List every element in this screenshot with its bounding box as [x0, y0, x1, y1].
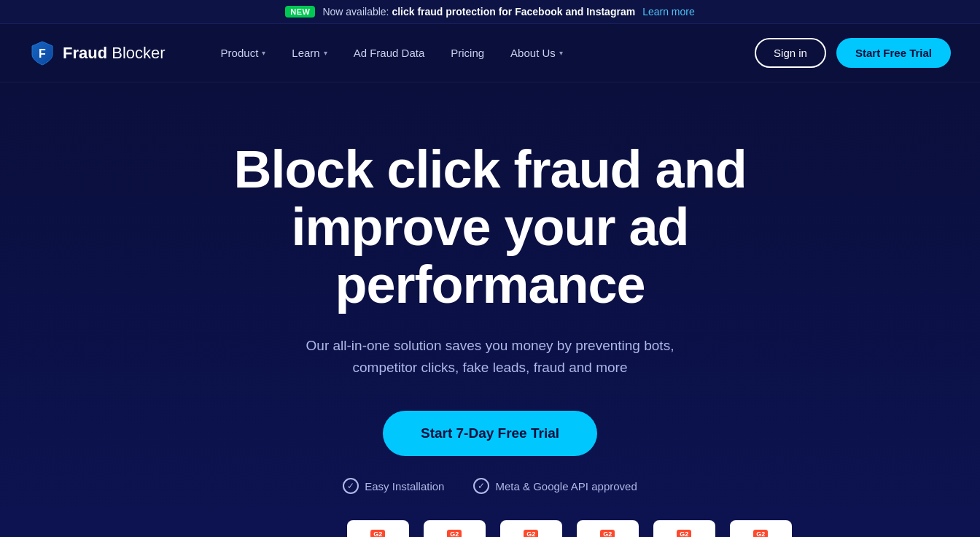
g2-tag: G2 — [370, 530, 385, 537]
badge-momentum-leader: G2 Momentum Leader FALL 2024 — [347, 520, 409, 537]
new-badge: NEW — [285, 6, 315, 18]
svg-text:F: F — [39, 47, 46, 60]
hero-cta-button[interactable]: Start 7-Day Free Trial — [383, 411, 597, 456]
trust-item-installation: ✓ Easy Installation — [343, 478, 444, 494]
nav-links: Product ▾ Learn ▾ Ad Fraud Data Pricing … — [209, 39, 755, 66]
logo-icon: F — [29, 40, 55, 66]
signin-button[interactable]: Sign in — [755, 38, 826, 68]
nav-item-pricing[interactable]: Pricing — [439, 39, 496, 66]
chevron-down-icon: ▾ — [559, 49, 563, 57]
navbar: F Fraud Blocker Product ▾ Learn ▾ Ad Fra… — [0, 24, 980, 82]
g2-tag: G2 — [753, 530, 768, 537]
badges-section: APPSUMO ★★★★★ G2 ★★★★½ G2 Momentum Leade… — [29, 520, 951, 537]
nav-item-learn[interactable]: Learn ▾ — [280, 39, 338, 66]
badge-best-results: G2 Best Results FALL 2024 — [500, 520, 562, 537]
learn-more-link[interactable]: Learn more — [642, 6, 695, 18]
badge-high-performer: G2 High Performer FALL 2024 — [424, 520, 486, 537]
hero-heading: Block click fraud and improve your ad pe… — [162, 141, 818, 314]
start-trial-button[interactable]: Start Free Trial — [836, 38, 951, 68]
badge-easiest-admin: G2 Easiest Admin FALL 2024 — [730, 520, 792, 537]
g2-tag: G2 — [447, 530, 462, 537]
badge-best-roi: G2 Best Est. ROI FALL 2024 — [577, 520, 639, 537]
trust-item-api: ✓ Meta & Google API approved — [473, 478, 637, 494]
nav-actions: Sign in Start Free Trial — [755, 38, 951, 68]
check-circle-icon: ✓ — [343, 478, 359, 494]
g2-tag: G2 — [600, 530, 615, 537]
chevron-down-icon: ▾ — [324, 49, 327, 57]
announcement-highlight: click fraud protection for Facebook and … — [392, 6, 635, 18]
badge-best-usability: G2 Best Usability FALL 2024 — [653, 520, 715, 537]
nav-item-ad-fraud[interactable]: Ad Fraud Data — [342, 39, 437, 66]
logo[interactable]: F Fraud Blocker — [29, 40, 166, 66]
nav-item-about[interactable]: About Us ▾ — [499, 39, 575, 66]
announcement-bar: NEW Now available: click fraud protectio… — [0, 0, 980, 24]
announcement-text: Now available: click fraud protection fo… — [322, 6, 635, 18]
hero-subtext: Our all-in-one solution saves you money … — [286, 335, 694, 379]
g2-tag: G2 — [677, 530, 691, 537]
trust-indicators: ✓ Easy Installation ✓ Meta & Google API … — [29, 478, 951, 494]
g2-tag: G2 — [524, 530, 538, 537]
chevron-down-icon: ▾ — [262, 49, 265, 57]
check-circle-icon: ✓ — [473, 478, 489, 494]
nav-item-product[interactable]: Product ▾ — [209, 39, 278, 66]
hero-section: Block click fraud and improve your ad pe… — [0, 82, 980, 537]
logo-text: Fraud Blocker — [63, 44, 166, 63]
